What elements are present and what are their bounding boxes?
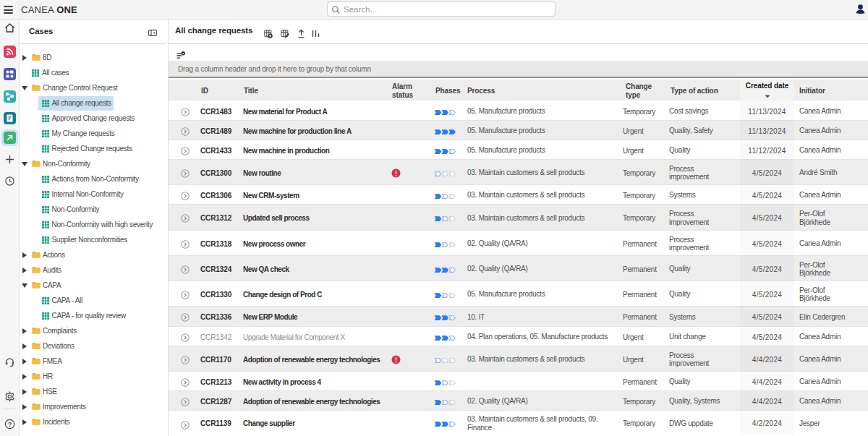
svg-text:?: ? bbox=[8, 421, 12, 428]
